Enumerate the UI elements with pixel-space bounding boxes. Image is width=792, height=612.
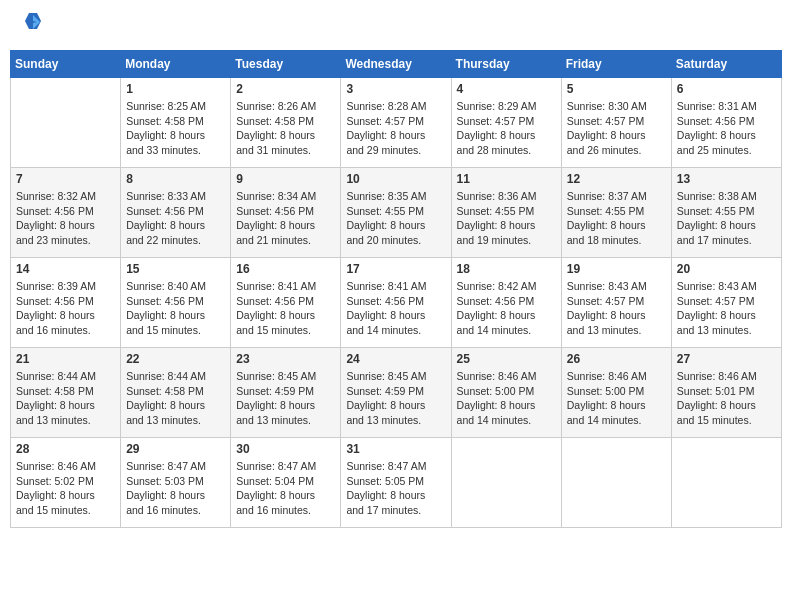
- day-number: 27: [677, 352, 776, 366]
- day-number: 7: [16, 172, 115, 186]
- day-cell: 28Sunrise: 8:46 AMSunset: 5:02 PMDayligh…: [11, 438, 121, 528]
- day-number: 18: [457, 262, 556, 276]
- day-detail: Sunrise: 8:44 AMSunset: 4:58 PMDaylight:…: [126, 369, 225, 428]
- day-number: 25: [457, 352, 556, 366]
- day-number: 23: [236, 352, 335, 366]
- day-cell: 24Sunrise: 8:45 AMSunset: 4:59 PMDayligh…: [341, 348, 451, 438]
- col-header-sunday: Sunday: [11, 51, 121, 78]
- day-number: 16: [236, 262, 335, 276]
- day-detail: Sunrise: 8:45 AMSunset: 4:59 PMDaylight:…: [346, 369, 445, 428]
- day-number: 20: [677, 262, 776, 276]
- day-cell: 29Sunrise: 8:47 AMSunset: 5:03 PMDayligh…: [121, 438, 231, 528]
- day-cell: 9Sunrise: 8:34 AMSunset: 4:56 PMDaylight…: [231, 168, 341, 258]
- week-row-4: 21Sunrise: 8:44 AMSunset: 4:58 PMDayligh…: [11, 348, 782, 438]
- day-cell: 21Sunrise: 8:44 AMSunset: 4:58 PMDayligh…: [11, 348, 121, 438]
- day-detail: Sunrise: 8:35 AMSunset: 4:55 PMDaylight:…: [346, 189, 445, 248]
- day-detail: Sunrise: 8:46 AMSunset: 5:00 PMDaylight:…: [567, 369, 666, 428]
- day-number: 28: [16, 442, 115, 456]
- day-number: 10: [346, 172, 445, 186]
- day-cell: 31Sunrise: 8:47 AMSunset: 5:05 PMDayligh…: [341, 438, 451, 528]
- day-detail: Sunrise: 8:46 AMSunset: 5:00 PMDaylight:…: [457, 369, 556, 428]
- day-detail: Sunrise: 8:46 AMSunset: 5:01 PMDaylight:…: [677, 369, 776, 428]
- day-detail: Sunrise: 8:43 AMSunset: 4:57 PMDaylight:…: [567, 279, 666, 338]
- header-row: SundayMondayTuesdayWednesdayThursdayFrid…: [11, 51, 782, 78]
- day-number: 2: [236, 82, 335, 96]
- day-detail: Sunrise: 8:43 AMSunset: 4:57 PMDaylight:…: [677, 279, 776, 338]
- day-cell: 5Sunrise: 8:30 AMSunset: 4:57 PMDaylight…: [561, 78, 671, 168]
- day-detail: Sunrise: 8:42 AMSunset: 4:56 PMDaylight:…: [457, 279, 556, 338]
- logo-triangle-icon: [24, 13, 42, 31]
- day-number: 26: [567, 352, 666, 366]
- day-cell: 18Sunrise: 8:42 AMSunset: 4:56 PMDayligh…: [451, 258, 561, 348]
- day-number: 15: [126, 262, 225, 276]
- day-detail: Sunrise: 8:34 AMSunset: 4:56 PMDaylight:…: [236, 189, 335, 248]
- day-detail: Sunrise: 8:37 AMSunset: 4:55 PMDaylight:…: [567, 189, 666, 248]
- week-row-5: 28Sunrise: 8:46 AMSunset: 5:02 PMDayligh…: [11, 438, 782, 528]
- day-detail: Sunrise: 8:33 AMSunset: 4:56 PMDaylight:…: [126, 189, 225, 248]
- day-cell: 20Sunrise: 8:43 AMSunset: 4:57 PMDayligh…: [671, 258, 781, 348]
- day-cell: 16Sunrise: 8:41 AMSunset: 4:56 PMDayligh…: [231, 258, 341, 348]
- day-detail: Sunrise: 8:30 AMSunset: 4:57 PMDaylight:…: [567, 99, 666, 158]
- day-cell: 7Sunrise: 8:32 AMSunset: 4:56 PMDaylight…: [11, 168, 121, 258]
- day-number: 9: [236, 172, 335, 186]
- day-cell: 26Sunrise: 8:46 AMSunset: 5:00 PMDayligh…: [561, 348, 671, 438]
- day-cell: [561, 438, 671, 528]
- day-cell: 25Sunrise: 8:46 AMSunset: 5:00 PMDayligh…: [451, 348, 561, 438]
- col-header-thursday: Thursday: [451, 51, 561, 78]
- day-detail: Sunrise: 8:26 AMSunset: 4:58 PMDaylight:…: [236, 99, 335, 158]
- day-cell: 27Sunrise: 8:46 AMSunset: 5:01 PMDayligh…: [671, 348, 781, 438]
- day-cell: 12Sunrise: 8:37 AMSunset: 4:55 PMDayligh…: [561, 168, 671, 258]
- day-detail: Sunrise: 8:45 AMSunset: 4:59 PMDaylight:…: [236, 369, 335, 428]
- day-cell: [451, 438, 561, 528]
- day-cell: 30Sunrise: 8:47 AMSunset: 5:04 PMDayligh…: [231, 438, 341, 528]
- day-number: 13: [677, 172, 776, 186]
- day-cell: 19Sunrise: 8:43 AMSunset: 4:57 PMDayligh…: [561, 258, 671, 348]
- day-detail: Sunrise: 8:36 AMSunset: 4:55 PMDaylight:…: [457, 189, 556, 248]
- day-cell: 3Sunrise: 8:28 AMSunset: 4:57 PMDaylight…: [341, 78, 451, 168]
- day-number: 22: [126, 352, 225, 366]
- day-cell: 23Sunrise: 8:45 AMSunset: 4:59 PMDayligh…: [231, 348, 341, 438]
- day-cell: 2Sunrise: 8:26 AMSunset: 4:58 PMDaylight…: [231, 78, 341, 168]
- day-cell: 22Sunrise: 8:44 AMSunset: 4:58 PMDayligh…: [121, 348, 231, 438]
- day-detail: Sunrise: 8:47 AMSunset: 5:05 PMDaylight:…: [346, 459, 445, 518]
- day-detail: Sunrise: 8:39 AMSunset: 4:56 PMDaylight:…: [16, 279, 115, 338]
- day-number: 5: [567, 82, 666, 96]
- day-detail: Sunrise: 8:47 AMSunset: 5:04 PMDaylight:…: [236, 459, 335, 518]
- week-row-2: 7Sunrise: 8:32 AMSunset: 4:56 PMDaylight…: [11, 168, 782, 258]
- day-cell: 4Sunrise: 8:29 AMSunset: 4:57 PMDaylight…: [451, 78, 561, 168]
- day-detail: Sunrise: 8:32 AMSunset: 4:56 PMDaylight:…: [16, 189, 115, 248]
- day-number: 17: [346, 262, 445, 276]
- day-number: 30: [236, 442, 335, 456]
- day-cell: 17Sunrise: 8:41 AMSunset: 4:56 PMDayligh…: [341, 258, 451, 348]
- day-cell: 1Sunrise: 8:25 AMSunset: 4:58 PMDaylight…: [121, 78, 231, 168]
- day-cell: [11, 78, 121, 168]
- page-header: [10, 10, 782, 42]
- day-detail: Sunrise: 8:25 AMSunset: 4:58 PMDaylight:…: [126, 99, 225, 158]
- day-cell: [671, 438, 781, 528]
- week-row-1: 1Sunrise: 8:25 AMSunset: 4:58 PMDaylight…: [11, 78, 782, 168]
- day-detail: Sunrise: 8:41 AMSunset: 4:56 PMDaylight:…: [346, 279, 445, 338]
- day-detail: Sunrise: 8:38 AMSunset: 4:55 PMDaylight:…: [677, 189, 776, 248]
- day-number: 1: [126, 82, 225, 96]
- col-header-saturday: Saturday: [671, 51, 781, 78]
- day-cell: 6Sunrise: 8:31 AMSunset: 4:56 PMDaylight…: [671, 78, 781, 168]
- day-number: 6: [677, 82, 776, 96]
- day-number: 31: [346, 442, 445, 456]
- day-detail: Sunrise: 8:28 AMSunset: 4:57 PMDaylight:…: [346, 99, 445, 158]
- day-number: 12: [567, 172, 666, 186]
- day-cell: 13Sunrise: 8:38 AMSunset: 4:55 PMDayligh…: [671, 168, 781, 258]
- day-detail: Sunrise: 8:47 AMSunset: 5:03 PMDaylight:…: [126, 459, 225, 518]
- day-cell: 10Sunrise: 8:35 AMSunset: 4:55 PMDayligh…: [341, 168, 451, 258]
- day-number: 11: [457, 172, 556, 186]
- day-number: 19: [567, 262, 666, 276]
- day-detail: Sunrise: 8:29 AMSunset: 4:57 PMDaylight:…: [457, 99, 556, 158]
- day-cell: 8Sunrise: 8:33 AMSunset: 4:56 PMDaylight…: [121, 168, 231, 258]
- day-detail: Sunrise: 8:46 AMSunset: 5:02 PMDaylight:…: [16, 459, 115, 518]
- day-detail: Sunrise: 8:31 AMSunset: 4:56 PMDaylight:…: [677, 99, 776, 158]
- day-detail: Sunrise: 8:41 AMSunset: 4:56 PMDaylight:…: [236, 279, 335, 338]
- day-number: 21: [16, 352, 115, 366]
- day-number: 29: [126, 442, 225, 456]
- day-number: 24: [346, 352, 445, 366]
- day-detail: Sunrise: 8:40 AMSunset: 4:56 PMDaylight:…: [126, 279, 225, 338]
- week-row-3: 14Sunrise: 8:39 AMSunset: 4:56 PMDayligh…: [11, 258, 782, 348]
